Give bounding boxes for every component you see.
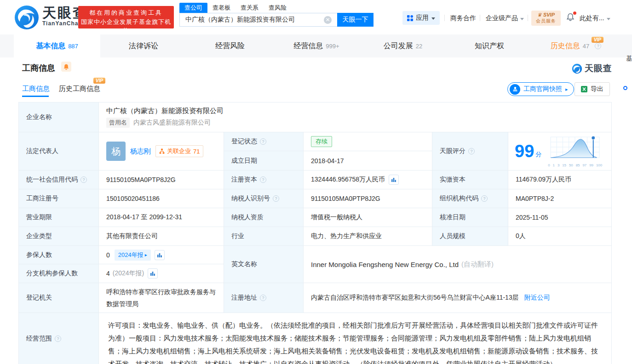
edge-floating-button[interactable] xyxy=(623,86,627,90)
field-label-insured-count: 参保人数 xyxy=(19,246,99,264)
enterprise-product-menu[interactable]: 企业级产品 xyxy=(486,14,524,23)
user-name: 此处有... xyxy=(580,14,604,23)
bar-chart-icon xyxy=(150,271,155,276)
field-label-legal-rep: 法定代表人 xyxy=(19,132,99,171)
official-snapshot-button[interactable]: 工商官网快照 ▸ xyxy=(507,82,574,96)
field-label-approval-date: 核准日期 xyxy=(432,208,508,227)
tianyancha-swirl-icon xyxy=(14,5,40,30)
legal-rep-link[interactable]: 杨志刚 xyxy=(130,147,151,156)
field-value-staff-size: 0人 xyxy=(508,227,611,246)
help-icon[interactable]: ? xyxy=(481,195,488,202)
nearby-companies-link[interactable]: 附近公司 xyxy=(524,294,550,302)
field-label-credit-code: 统一社会信用代码? xyxy=(19,171,99,189)
annual-report-chip[interactable]: 2024年报 ▸ xyxy=(115,250,151,261)
arrow-right-icon: ▸ xyxy=(145,252,147,257)
score-axis: 01 315 5085 9799 100 xyxy=(548,164,602,167)
search-tabs: 查公司 查老板 查关系 查风险 xyxy=(179,2,373,13)
business-info-table: 企业名称 中广核（内蒙古）新能源投资有限公司 曾用名 内蒙古风盛新能源有限公司 … xyxy=(18,102,612,364)
help-icon[interactable]: ? xyxy=(55,336,61,342)
section-title: 工商信息 xyxy=(22,63,55,74)
search-button[interactable]: 天眼一下 xyxy=(337,13,373,27)
vip-badge: VIP xyxy=(592,37,603,43)
status-badge: 存续 xyxy=(311,136,332,147)
top-header: 天眼查 TianYanCha.com 都在用的商业查询工具 国家中小企业发展子基… xyxy=(0,0,632,34)
help-icon[interactable]: ? xyxy=(468,148,475,154)
apps-menu[interactable]: 应用 xyxy=(402,11,440,25)
business-coop-link[interactable]: 商务合作 xyxy=(450,14,476,23)
arrow-right-icon: ▸ xyxy=(565,86,568,92)
field-value-reg-address: 内蒙古自治区呼和浩特市赛罕区如意和大街56号乌兰财富中心A座11-13层 附近公… xyxy=(304,283,611,313)
field-label-paid-capital: 实缴资本 xyxy=(432,171,508,189)
notifications-bell[interactable] xyxy=(566,12,575,23)
field-label-business-term: 营业期限 xyxy=(19,208,99,227)
related-companies-badge[interactable]: 关联企业 71 xyxy=(155,145,203,157)
help-icon[interactable]: ? xyxy=(595,43,601,49)
promo-banner: 都在用的商业查询工具 国家中小企业发展子基金旗下机构 xyxy=(78,6,174,28)
vip-badge: VIP xyxy=(93,78,105,84)
score-value: 99 xyxy=(515,142,534,160)
tianyancha-logo[interactable] xyxy=(14,5,40,32)
tab-operation-risk[interactable]: 经营风险 xyxy=(187,34,273,57)
search-area: 查公司 查老板 查关系 查风险 天眼一下 ✕ xyxy=(179,2,373,27)
field-value-credit-code: 91150105MA0PTP8J2G xyxy=(99,171,224,189)
capital-trend-button[interactable] xyxy=(389,175,399,185)
clear-search-icon[interactable]: ✕ xyxy=(324,16,332,24)
tab-intellectual-property[interactable]: 知识产权 xyxy=(446,34,533,57)
monitor-bell-button[interactable] xyxy=(61,62,71,72)
edge-anchor-basic-info[interactable]: 基 xyxy=(626,55,632,63)
company-tab-bar: 基本信息887 法律诉讼 经营风险 经营信息999+ 公司发展22 知识产权 V… xyxy=(0,34,632,57)
field-value-reg-status: 存续 xyxy=(304,132,432,151)
tab-basic-info[interactable]: 基本信息887 xyxy=(14,34,100,57)
field-value-english-name: Inner Mongolia Fengsheng New Energy Co.,… xyxy=(304,246,611,283)
help-icon[interactable]: ? xyxy=(260,176,266,183)
tab-operation-info[interactable]: 经营信息999+ xyxy=(273,34,360,57)
section-watermark-logo: 天眼查 xyxy=(572,63,612,74)
field-value-paid-capital: 114679.09万人民币 xyxy=(508,171,611,189)
field-label-reg-status: 登记状态? xyxy=(224,132,304,151)
export-button[interactable]: 导出 xyxy=(575,82,610,96)
search-tab-risk[interactable]: 查风险 xyxy=(264,3,292,13)
svip-crown-icon: ♛ xyxy=(537,12,542,17)
field-value-taxpayer-quality: 增值税一般纳税人 xyxy=(304,208,432,227)
field-value-approval-date: 2025-11-05 xyxy=(508,208,611,227)
field-value-taxpayer-id: 91150105MA0PTP8J2G xyxy=(304,189,432,208)
help-icon[interactable]: ? xyxy=(260,295,266,301)
tab-legal-litigation[interactable]: 法律诉讼 xyxy=(100,34,187,57)
subtab-history-business-info[interactable]: 历史工商信息 xyxy=(59,85,100,93)
apps-label: 应用 xyxy=(416,14,429,22)
search-tab-company[interactable]: 查公司 xyxy=(179,3,207,13)
svip-member-service[interactable]: ♛ SVIP 会员服务 xyxy=(531,11,561,26)
branch-insured-trend-button[interactable] xyxy=(148,268,158,279)
field-value-legal-rep: 杨 杨志刚 关联企业 71 xyxy=(99,132,224,171)
user-menu[interactable]: 此处有... xyxy=(580,14,610,23)
promo-line1: 都在用的商业查询工具 xyxy=(78,8,174,17)
field-label-business-scope: 经营范围? xyxy=(19,313,99,364)
search-tab-boss[interactable]: 查老板 xyxy=(207,3,236,13)
field-value-business-term: 2018-04-17 至 2099-12-31 xyxy=(99,208,224,227)
field-label-establish-date: 成立日期 xyxy=(224,151,304,171)
tab-history-info[interactable]: VIP 历史信息47 ? xyxy=(533,34,619,57)
help-icon[interactable]: ? xyxy=(273,195,279,202)
field-label-company-name: 企业名称 xyxy=(19,102,99,132)
help-icon[interactable]: ? xyxy=(80,176,87,183)
tab-company-development[interactable]: 公司发展22 xyxy=(360,34,446,57)
subtab-business-info[interactable]: 工商信息 xyxy=(22,85,50,93)
divider xyxy=(444,15,445,21)
field-label-english-name: 英文名称 xyxy=(224,246,304,283)
active-subtab-underline xyxy=(22,96,49,97)
field-value-branch-insured-count: 4 (2024年报) xyxy=(99,264,224,283)
legal-rep-avatar[interactable]: 杨 xyxy=(106,142,126,161)
search-tab-relation[interactable]: 查关系 xyxy=(236,3,264,13)
field-label-reg-capital: 注册资本? xyxy=(224,171,304,189)
field-label-taxpayer-quality: 纳税人资质 xyxy=(224,208,304,227)
score-unit: 分 xyxy=(535,150,541,159)
field-label-org-code: 组织机构代码? xyxy=(432,189,508,208)
search-input[interactable] xyxy=(179,13,337,27)
field-label-reg-address: 注册地址? xyxy=(224,283,304,313)
field-value-company-name: 中广核（内蒙古）新能源投资有限公司 曾用名 内蒙古风盛新能源有限公司 xyxy=(99,102,611,132)
help-icon[interactable]: ? xyxy=(260,138,266,145)
field-value-business-scope: 许可项目：发电业务、输电业务、供（配）电业务。（依法须经批准的项目，经相关部门批… xyxy=(99,313,611,364)
field-label-staff-size: 人员规模 xyxy=(432,227,508,246)
insured-trend-button[interactable] xyxy=(155,250,165,260)
field-value-tianyan-score: 99 分 01 xyxy=(508,132,611,171)
